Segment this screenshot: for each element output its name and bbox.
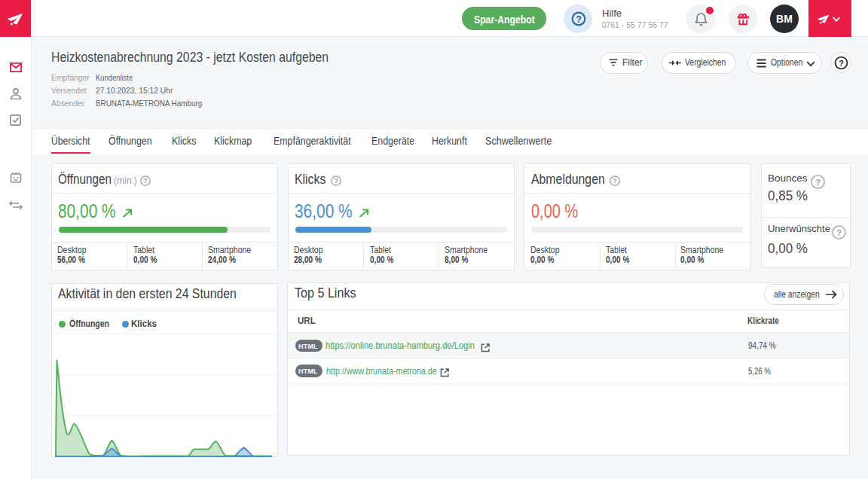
svg-text:?: ?: [836, 228, 842, 237]
svg-text:?: ?: [334, 177, 338, 185]
svg-text:?: ?: [815, 177, 821, 186]
svg-text:?: ?: [839, 58, 844, 67]
svg-text:?: ?: [143, 177, 148, 185]
svg-text:?: ?: [613, 177, 617, 185]
svg-text:?: ?: [576, 14, 582, 24]
